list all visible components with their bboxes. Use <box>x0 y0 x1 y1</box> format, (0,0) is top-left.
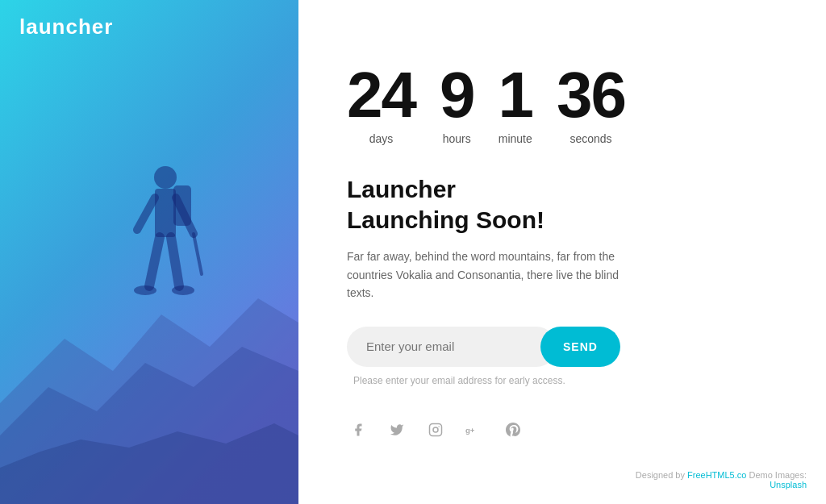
logo-text: launcher <box>19 15 113 39</box>
heading-line1: Launcher <box>347 176 456 202</box>
countdown-minutes: 1 minute <box>498 63 532 145</box>
footer-suffix: Demo Images: <box>746 470 807 480</box>
send-button[interactable]: SEND <box>540 327 620 367</box>
countdown-days: 24 days <box>347 63 415 145</box>
days-label: days <box>369 132 394 145</box>
email-input[interactable] <box>347 327 557 367</box>
email-form: SEND <box>347 327 778 367</box>
days-value: 24 <box>347 63 415 127</box>
countdown: 24 days 9 hours 1 minute 36 seconds <box>347 63 778 145</box>
email-hint: Please enter your email address for earl… <box>353 375 778 386</box>
footer-attribution: Designed by FreeHTML5.co Demo Images: Un… <box>636 470 807 489</box>
social-bar: g+ <box>347 419 778 441</box>
minutes-label: minute <box>499 132 532 145</box>
seconds-label: seconds <box>569 132 611 145</box>
svg-point-4 <box>154 166 177 189</box>
instagram-icon[interactable] <box>424 419 447 441</box>
svg-point-13 <box>172 285 194 295</box>
svg-text:g+: g+ <box>465 426 475 435</box>
description: Far far away, behind the word mountains,… <box>347 248 621 302</box>
countdown-hours: 9 hours <box>440 63 474 145</box>
svg-rect-14 <box>430 423 442 435</box>
svg-point-12 <box>134 285 156 295</box>
logo: launcher <box>19 15 113 40</box>
hours-value: 9 <box>440 63 474 127</box>
svg-point-16 <box>438 426 440 427</box>
minutes-value: 1 <box>498 63 532 127</box>
footer-image-credit-link[interactable]: Unsplash <box>770 480 807 489</box>
pinterest-icon[interactable] <box>502 419 524 441</box>
main-heading: Launcher Launching Soon! <box>347 174 778 235</box>
hours-label: hours <box>443 132 471 145</box>
svg-point-15 <box>433 427 438 432</box>
left-panel: launcher <box>0 0 298 504</box>
google-plus-icon[interactable]: g+ <box>463 419 486 441</box>
heading-line2: Launching Soon! <box>347 206 544 233</box>
countdown-seconds: 36 seconds <box>557 63 625 145</box>
twitter-icon[interactable] <box>386 419 408 441</box>
facebook-icon[interactable] <box>347 419 369 441</box>
footer-brand-link[interactable]: FreeHTML5.co <box>687 470 746 480</box>
right-panel: 24 days 9 hours 1 minute 36 seconds Laun… <box>298 0 826 504</box>
footer-prefix: Designed by <box>636 470 687 480</box>
seconds-value: 36 <box>557 63 625 127</box>
